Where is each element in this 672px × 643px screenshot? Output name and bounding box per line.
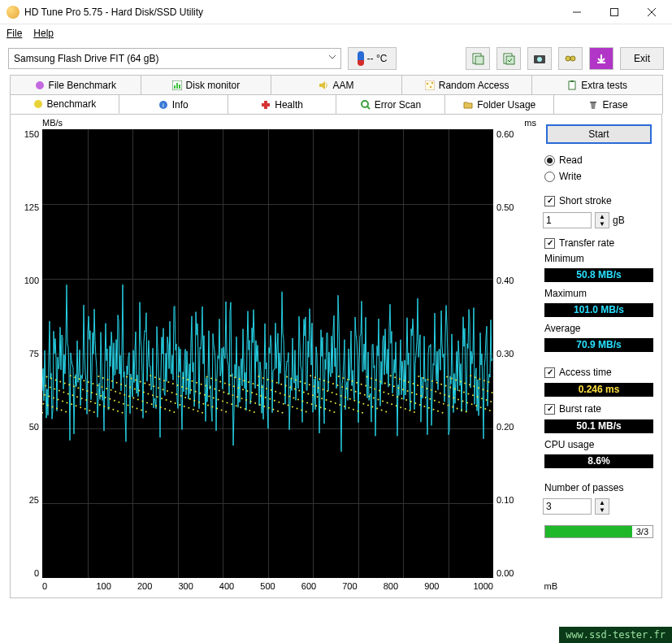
svg-point-211: [249, 410, 250, 411]
svg-point-30: [45, 385, 46, 387]
svg-point-111: [137, 408, 138, 410]
svg-point-255: [298, 390, 300, 392]
tab-info[interactable]: iInfo: [119, 94, 228, 114]
drive-select[interactable]: Samsung Flash Drive FIT (64 gB): [8, 48, 341, 69]
passes-spinner[interactable]: ▲▼: [543, 498, 655, 515]
svg-point-62: [81, 398, 83, 399]
svg-point-183: [218, 399, 219, 401]
svg-point-226: [266, 388, 267, 389]
svg-point-156: [187, 379, 189, 380]
menu-help[interactable]: Help: [33, 28, 54, 39]
svg-point-205: [242, 389, 244, 390]
maximum-label: Maximum: [543, 288, 655, 299]
svg-point-333: [387, 402, 388, 403]
svg-point-136: [164, 408, 166, 410]
tab-disk-monitor[interactable]: Disk monitor: [141, 75, 272, 94]
svg-point-107: [132, 406, 133, 408]
passes-input[interactable]: [543, 498, 592, 515]
svg-point-146: [176, 393, 177, 395]
svg-point-401: [463, 391, 465, 393]
check-transfer-rate[interactable]: Transfer rate: [543, 237, 655, 250]
svg-point-289: [337, 384, 339, 386]
svg-point-194: [230, 375, 232, 376]
check-short-stroke[interactable]: Short stroke: [543, 194, 655, 207]
svg-point-240: [282, 412, 284, 414]
tab-erase[interactable]: Erase: [553, 94, 663, 114]
close-button[interactable]: [633, 0, 670, 24]
svg-point-378: [437, 411, 439, 412]
copy-info-button[interactable]: [466, 47, 490, 70]
tab-aam[interactable]: AAM: [271, 75, 402, 94]
tab-benchmark[interactable]: Benchmark: [10, 94, 119, 114]
svg-point-340: [394, 376, 396, 378]
svg-point-346: [401, 398, 403, 399]
spinner-buttons[interactable]: ▲▼: [595, 498, 609, 515]
svg-rect-24: [262, 103, 270, 106]
check-burst-rate[interactable]: Burst rate: [543, 402, 655, 415]
svg-point-103: [128, 405, 129, 406]
svg-point-148: [178, 376, 180, 377]
exit-button[interactable]: Exit: [620, 47, 664, 70]
svg-point-185: [219, 381, 221, 383]
svg-point-352: [408, 381, 410, 383]
svg-point-283: [330, 401, 332, 402]
screenshot-button[interactable]: [527, 47, 552, 70]
short-stroke-spinner[interactable]: ▲▼ gB: [543, 212, 655, 228]
svg-point-175: [208, 396, 210, 398]
copy-results-button[interactable]: [496, 47, 521, 70]
health-cross-icon: [261, 100, 271, 110]
watermark: www.ssd-tester.fr: [559, 627, 672, 643]
menu-file[interactable]: File: [7, 28, 22, 39]
svg-point-114: [140, 381, 141, 383]
short-stroke-input[interactable]: [543, 212, 592, 228]
svg-point-236: [277, 411, 279, 412]
svg-point-25: [362, 101, 368, 107]
svg-point-6: [537, 57, 542, 62]
svg-point-95: [118, 402, 119, 403]
tab-random-access[interactable]: Random Access: [401, 75, 533, 94]
tab-health[interactable]: Health: [228, 94, 337, 114]
svg-point-154: [184, 397, 186, 398]
svg-point-296: [345, 397, 346, 398]
svg-point-198: [234, 376, 236, 378]
svg-point-277: [323, 380, 325, 381]
svg-point-231: [271, 380, 273, 382]
svg-point-269: [314, 376, 316, 378]
svg-point-209: [247, 390, 249, 392]
radio-read[interactable]: Read: [543, 154, 655, 167]
svg-point-233: [274, 400, 275, 402]
svg-point-34: [50, 387, 51, 389]
svg-point-419: [483, 380, 485, 381]
svg-point-390: [451, 378, 453, 380]
benchmark-plot: [42, 129, 493, 578]
tab-file-benchmark[interactable]: File Benchmark: [10, 75, 141, 94]
minimize-button[interactable]: [558, 0, 596, 24]
radio-write[interactable]: Write: [543, 170, 655, 183]
svg-point-344: [399, 378, 401, 380]
svg-point-218: [257, 384, 258, 386]
options-button[interactable]: [558, 47, 583, 70]
svg-point-28: [42, 403, 44, 405]
svg-point-196: [232, 394, 234, 396]
svg-point-407: [470, 375, 471, 376]
tab-extra-tests[interactable]: Extra tests: [531, 75, 663, 94]
svg-point-115: [141, 409, 142, 411]
svg-point-186: [221, 409, 223, 411]
svg-point-368: [426, 388, 427, 389]
chart-icon: [172, 80, 182, 90]
tab-error-scan[interactable]: Error Scan: [336, 94, 445, 114]
svg-point-153: [184, 406, 185, 407]
check-access-time[interactable]: Access time: [543, 366, 655, 379]
spinner-buttons[interactable]: ▲▼: [595, 212, 609, 228]
burst-rate-value: 50.1 MB/s: [544, 419, 653, 433]
maximize-button[interactable]: [596, 0, 633, 24]
tab-folder-usage[interactable]: Folder Usage: [444, 94, 554, 114]
start-button[interactable]: Start: [546, 124, 652, 144]
svg-point-123: [150, 375, 151, 376]
svg-point-149: [179, 404, 180, 406]
svg-point-141: [170, 401, 171, 402]
save-button[interactable]: [589, 47, 613, 70]
svg-point-94: [117, 411, 119, 412]
svg-point-130: [158, 387, 159, 389]
svg-point-179: [213, 398, 215, 399]
